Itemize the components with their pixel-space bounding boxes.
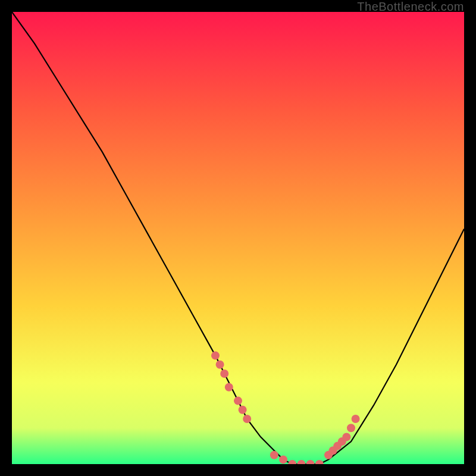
dot-right bbox=[347, 424, 355, 432]
dot-left bbox=[220, 369, 228, 378]
dot-right bbox=[342, 433, 350, 441]
dot-left bbox=[216, 361, 224, 369]
plot-area bbox=[12, 12, 464, 464]
dot-floor bbox=[270, 451, 278, 459]
dot-left bbox=[225, 383, 233, 392]
dot-right bbox=[352, 415, 360, 423]
dot-floor bbox=[279, 455, 287, 464]
chart-outer-frame: TheBottleneck.com bbox=[0, 0, 476, 476]
dot-left bbox=[239, 406, 247, 414]
dot-left bbox=[243, 415, 251, 423]
dot-left bbox=[211, 352, 220, 360]
gradient-background bbox=[12, 12, 464, 464]
dot-left bbox=[234, 397, 242, 405]
chart-svg bbox=[12, 12, 464, 464]
